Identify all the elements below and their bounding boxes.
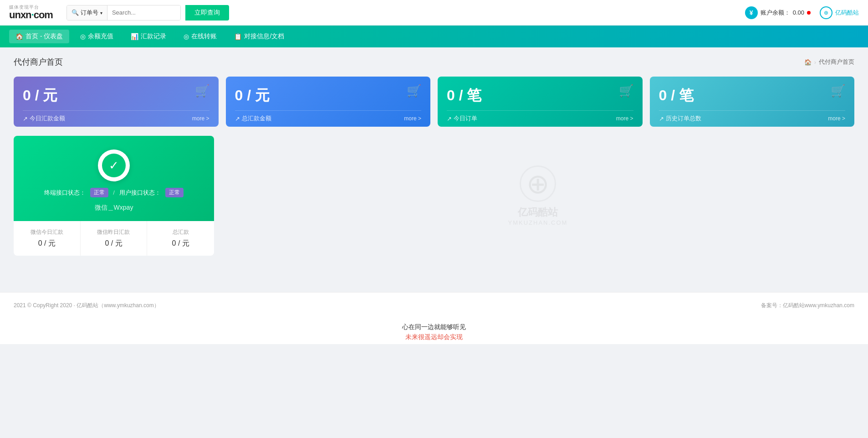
widget-row: ✓ 终端接口状态： 正常 / 用户接口状态： 正常 微信＿Wxpay 微信今日汇… bbox=[14, 136, 854, 256]
balance-value: 0.00 bbox=[793, 9, 804, 16]
payment-stats: 微信今日汇款 0 / 元 微信昨日汇款 0 / 元 总汇款 0 / 元 bbox=[14, 221, 214, 256]
home-icon: 🏠 bbox=[15, 33, 23, 40]
trend-icon-4: ↗ bbox=[659, 115, 664, 122]
nav-label-recharge: 余额充值 bbox=[88, 32, 113, 41]
pay-stat-label-1: 微信昨日汇款 bbox=[85, 228, 143, 236]
stat-label-history-orders: ↗ 历史订单总数 bbox=[659, 114, 701, 123]
terminal-status-badge: 正常 bbox=[90, 188, 108, 197]
breadcrumb-home-icon[interactable]: 🏠 bbox=[804, 59, 812, 66]
stat-label-today-remit: ↗ 今日汇款金额 bbox=[23, 114, 65, 123]
cart-icon-1: 🛒 bbox=[195, 84, 209, 98]
trend-icon-2: ↗ bbox=[235, 115, 240, 122]
search-type-label: 订单号 bbox=[81, 9, 98, 17]
pay-stat-label-2: 总汇款 bbox=[152, 228, 209, 236]
watermark-icon: ⊕ bbox=[520, 165, 556, 202]
pay-stat-label-0: 微信今日汇款 bbox=[18, 228, 76, 236]
nav-item-dashboard[interactable]: 🏠 首页 - 仪表盘 bbox=[9, 30, 69, 43]
stat-more-2[interactable]: more > bbox=[404, 115, 421, 122]
watermark-url: YMKUZHAN.COM bbox=[508, 219, 568, 226]
stat-card-history-orders: 0 / 笔 🛒 ↗ 历史订单总数 more > bbox=[650, 77, 855, 127]
pay-stat-value-2: 0 / 元 bbox=[152, 239, 209, 248]
check-icon: ✓ bbox=[102, 154, 126, 177]
search-bar: 🔍 订单号 bbox=[66, 5, 181, 21]
header: 媒体变现平台 unxn·com 🔍 订单号 立即查询 ¥ 账户余额： 0.00 … bbox=[0, 0, 868, 26]
search-input[interactable] bbox=[107, 5, 180, 20]
nav-label-records: 汇款记录 bbox=[141, 32, 166, 41]
search-icon: 🔍 bbox=[71, 9, 79, 16]
watermark-area: ⊕ 亿码酷站 YMKUZHAN.COM bbox=[221, 136, 854, 256]
footer-icp: 备案号：亿码酷站www.ymkuzhan.com bbox=[761, 302, 854, 309]
stat-more-4[interactable]: more > bbox=[828, 115, 845, 122]
stat-value-today-orders: 0 / 笔 bbox=[447, 86, 633, 106]
stat-more-1[interactable]: more > bbox=[192, 115, 209, 122]
cart-icon-3: 🛒 bbox=[619, 84, 633, 98]
status-slash: / bbox=[113, 189, 115, 196]
search-button[interactable]: 立即查询 bbox=[185, 5, 229, 21]
trend-icon-1: ↗ bbox=[23, 115, 28, 122]
stat-more-3[interactable]: more > bbox=[616, 115, 633, 122]
stat-card-total-remit: 0 / 元 🛒 ↗ 总汇款金额 more > bbox=[226, 77, 431, 127]
watermark-name: 亿码酷站 bbox=[518, 206, 558, 219]
trend-icon-3: ↗ bbox=[447, 115, 452, 122]
payment-card: ✓ 终端接口状态： 正常 / 用户接口状态： 正常 微信＿Wxpay 微信今日汇… bbox=[14, 136, 214, 256]
footer-copyright: 2021 © CopyRight 2020 · 亿码酷站（www.ymkuzha… bbox=[14, 302, 159, 309]
stat-value-today-remit: 0 / 元 bbox=[23, 86, 209, 106]
stat-card-today-orders: 0 / 笔 🛒 ↗ 今日订单 more > bbox=[438, 77, 643, 127]
breadcrumb-separator: › bbox=[814, 59, 816, 66]
search-type-selector[interactable]: 🔍 订单号 bbox=[67, 5, 107, 20]
logo-bottom: unxn·com bbox=[9, 10, 53, 21]
main-content: 代付商户首页 🏠 › 代付商户首页 0 / 元 🛒 ↗ 今日汇款金额 more … bbox=[0, 47, 868, 265]
pay-stat-value-0: 0 / 元 bbox=[18, 239, 76, 248]
stat-value-total-remit: 0 / 元 bbox=[235, 86, 422, 106]
pay-stat-value-1: 0 / 元 bbox=[85, 239, 143, 248]
nav-label-dashboard: 首页 - 仪表盘 bbox=[26, 32, 63, 41]
cart-icon-2: 🛒 bbox=[407, 84, 421, 98]
stat-label-total-remit: ↗ 总汇款金额 bbox=[235, 114, 271, 123]
balance-icon: ¥ bbox=[745, 6, 758, 19]
pay-stat-wechat-yesterday: 微信昨日汇款 0 / 元 bbox=[81, 221, 148, 256]
nav-item-recharge[interactable]: ◎ 余额充值 bbox=[74, 30, 120, 43]
user-status-badge: 正常 bbox=[165, 188, 184, 197]
user-label: 用户接口状态： bbox=[119, 189, 161, 197]
stat-footer-2: ↗ 总汇款金额 more > bbox=[235, 110, 422, 126]
nav-item-transfer[interactable]: ◎ 在线转账 bbox=[177, 30, 223, 43]
chevron-down-icon bbox=[100, 9, 102, 16]
nav-label-docs: 对接信息/文档 bbox=[244, 32, 284, 41]
footer-slogan: 心在同一边就能够听见 未来很遥远却会实现 bbox=[0, 319, 868, 344]
site-logo-area[interactable]: ⊕ 亿码酷站 bbox=[820, 6, 859, 19]
footer: 2021 © CopyRight 2020 · 亿码酷站（www.ymkuzha… bbox=[0, 292, 868, 319]
stat-footer-4: ↗ 历史订单总数 more > bbox=[659, 110, 846, 126]
stat-value-history-orders: 0 / 笔 bbox=[659, 86, 846, 106]
notification-dot bbox=[807, 11, 811, 15]
nav-item-records[interactable]: 📊 汇款记录 bbox=[124, 30, 173, 43]
chart-icon: 📊 bbox=[131, 33, 138, 40]
stat-footer-3: ↗ 今日订单 more > bbox=[447, 110, 633, 126]
stats-row: 0 / 元 🛒 ↗ 今日汇款金额 more > 0 / 元 🛒 ↗ 总汇款金额 … bbox=[14, 77, 854, 127]
circle-icon-recharge: ◎ bbox=[80, 33, 86, 40]
doc-icon: 📋 bbox=[234, 33, 242, 40]
pay-stat-wechat-today: 微信今日汇款 0 / 元 bbox=[14, 221, 81, 256]
check-circle: ✓ bbox=[98, 149, 130, 181]
main-nav: 🏠 首页 - 仪表盘 ◎ 余额充值 📊 汇款记录 ◎ 在线转账 📋 对接信息/文… bbox=[0, 26, 868, 47]
page-title: 代付商户首页 bbox=[14, 57, 63, 67]
balance-area: ¥ 账户余额： 0.00 bbox=[745, 6, 811, 19]
header-right: ¥ 账户余额： 0.00 ⊕ 亿码酷站 bbox=[745, 6, 859, 19]
payment-card-header: ✓ 终端接口状态： 正常 / 用户接口状态： 正常 微信＿Wxpay bbox=[14, 136, 214, 221]
pay-stat-total: 总汇款 0 / 元 bbox=[147, 221, 214, 256]
stat-label-today-orders: ↗ 今日订单 bbox=[447, 114, 477, 123]
terminal-label: 终端接口状态： bbox=[44, 189, 86, 197]
slogan-line2: 未来很遥远却会实现 bbox=[0, 333, 868, 341]
site-icon: ⊕ bbox=[820, 6, 832, 19]
stat-footer-1: ↗ 今日汇款金额 more > bbox=[23, 110, 209, 126]
nav-item-docs[interactable]: 📋 对接信息/文档 bbox=[228, 30, 291, 43]
breadcrumb: 代付商户首页 🏠 › 代付商户首页 bbox=[14, 57, 854, 67]
logo: 媒体变现平台 unxn·com bbox=[9, 5, 53, 21]
breadcrumb-nav: 🏠 › 代付商户首页 bbox=[804, 58, 854, 66]
site-name: 亿码酷站 bbox=[835, 9, 859, 17]
status-row: 终端接口状态： 正常 / 用户接口状态： 正常 bbox=[44, 188, 184, 197]
stat-card-today-remit: 0 / 元 🛒 ↗ 今日汇款金额 more > bbox=[14, 77, 219, 127]
balance-label: 账户余额： bbox=[761, 9, 790, 17]
nav-label-transfer: 在线转账 bbox=[191, 32, 217, 41]
payment-name: 微信＿Wxpay bbox=[95, 204, 133, 212]
circle-icon-transfer: ◎ bbox=[184, 33, 189, 40]
